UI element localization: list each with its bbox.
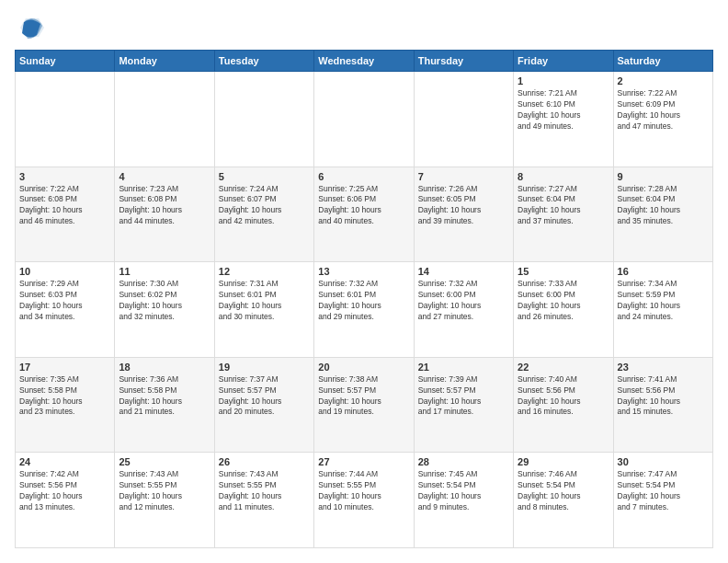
calendar-cell: 9Sunrise: 7:28 AM Sunset: 6:04 PM Daylig…	[613, 167, 712, 262]
calendar-cell: 17Sunrise: 7:35 AM Sunset: 5:58 PM Dayli…	[16, 357, 115, 453]
day-info: Sunrise: 7:37 AM Sunset: 5:57 PM Dayligh…	[219, 374, 310, 419]
calendar-cell: 19Sunrise: 7:37 AM Sunset: 5:57 PM Dayli…	[214, 357, 313, 453]
day-number: 27	[318, 456, 409, 467]
day-number: 24	[19, 456, 110, 467]
calendar-cell: 22Sunrise: 7:40 AM Sunset: 5:56 PM Dayli…	[514, 357, 613, 453]
day-number: 1	[518, 75, 609, 86]
weekday-header: Friday	[514, 51, 613, 72]
day-number: 2	[618, 75, 709, 86]
day-info: Sunrise: 7:47 AM Sunset: 5:54 PM Dayligh…	[618, 469, 709, 513]
day-info: Sunrise: 7:22 AM Sunset: 6:08 PM Dayligh…	[19, 184, 110, 228]
day-number: 5	[219, 171, 310, 182]
calendar-cell: 12Sunrise: 7:31 AM Sunset: 6:01 PM Dayli…	[214, 262, 313, 358]
day-info: Sunrise: 7:34 AM Sunset: 5:59 PM Dayligh…	[618, 279, 709, 323]
day-info: Sunrise: 7:27 AM Sunset: 6:04 PM Dayligh…	[518, 184, 609, 228]
calendar-cell: 7Sunrise: 7:26 AM Sunset: 6:05 PM Daylig…	[414, 167, 513, 262]
weekday-header: Thursday	[414, 51, 513, 72]
calendar-cell: 21Sunrise: 7:39 AM Sunset: 5:57 PM Dayli…	[414, 357, 513, 453]
day-info: Sunrise: 7:22 AM Sunset: 6:09 PM Dayligh…	[618, 88, 709, 132]
day-info: Sunrise: 7:29 AM Sunset: 6:03 PM Dayligh…	[19, 279, 110, 323]
day-info: Sunrise: 7:42 AM Sunset: 5:56 PM Dayligh…	[19, 469, 110, 513]
weekday-header: Wednesday	[314, 51, 414, 72]
calendar-cell: 24Sunrise: 7:42 AM Sunset: 5:56 PM Dayli…	[16, 453, 115, 548]
calendar-cell: 14Sunrise: 7:32 AM Sunset: 6:00 PM Dayli…	[414, 262, 513, 358]
day-number: 20	[318, 362, 409, 373]
day-info: Sunrise: 7:32 AM Sunset: 6:01 PM Dayligh…	[318, 279, 409, 323]
day-number: 23	[618, 362, 709, 373]
calendar-cell: 15Sunrise: 7:33 AM Sunset: 6:00 PM Dayli…	[514, 262, 613, 358]
calendar-cell: 30Sunrise: 7:47 AM Sunset: 5:54 PM Dayli…	[613, 453, 712, 548]
day-number: 15	[518, 266, 609, 277]
day-info: Sunrise: 7:44 AM Sunset: 5:55 PM Dayligh…	[318, 469, 409, 513]
calendar-cell: 6Sunrise: 7:25 AM Sunset: 6:06 PM Daylig…	[314, 167, 414, 262]
day-number: 17	[19, 362, 110, 373]
day-info: Sunrise: 7:24 AM Sunset: 6:07 PM Dayligh…	[219, 184, 310, 228]
day-number: 19	[219, 362, 310, 373]
weekday-header: Saturday	[613, 51, 712, 72]
day-info: Sunrise: 7:26 AM Sunset: 6:05 PM Dayligh…	[418, 184, 509, 228]
calendar-cell: 3Sunrise: 7:22 AM Sunset: 6:08 PM Daylig…	[16, 167, 115, 262]
header	[15, 15, 713, 40]
day-info: Sunrise: 7:41 AM Sunset: 5:56 PM Dayligh…	[618, 374, 709, 419]
day-number: 18	[119, 362, 210, 373]
calendar-cell: 8Sunrise: 7:27 AM Sunset: 6:04 PM Daylig…	[514, 167, 613, 262]
day-info: Sunrise: 7:31 AM Sunset: 6:01 PM Dayligh…	[219, 279, 310, 323]
calendar-week-row: 24Sunrise: 7:42 AM Sunset: 5:56 PM Dayli…	[16, 453, 713, 548]
calendar-cell	[214, 72, 313, 167]
day-number: 8	[518, 171, 609, 182]
calendar-cell	[414, 72, 513, 167]
day-number: 25	[119, 456, 210, 467]
day-number: 3	[19, 171, 110, 182]
calendar-cell	[314, 72, 414, 167]
calendar-cell: 11Sunrise: 7:30 AM Sunset: 6:02 PM Dayli…	[115, 262, 214, 358]
calendar-cell: 25Sunrise: 7:43 AM Sunset: 5:55 PM Dayli…	[115, 453, 214, 548]
day-info: Sunrise: 7:40 AM Sunset: 5:56 PM Dayligh…	[518, 374, 609, 419]
calendar-cell: 10Sunrise: 7:29 AM Sunset: 6:03 PM Dayli…	[16, 262, 115, 358]
logo-icon	[18, 15, 44, 40]
calendar-cell: 27Sunrise: 7:44 AM Sunset: 5:55 PM Dayli…	[314, 453, 414, 548]
calendar: SundayMondayTuesdayWednesdayThursdayFrid…	[15, 50, 713, 548]
day-number: 4	[119, 171, 210, 182]
day-number: 26	[219, 456, 310, 467]
day-info: Sunrise: 7:38 AM Sunset: 5:57 PM Dayligh…	[318, 374, 409, 419]
day-info: Sunrise: 7:25 AM Sunset: 6:06 PM Dayligh…	[318, 184, 409, 228]
day-info: Sunrise: 7:28 AM Sunset: 6:04 PM Dayligh…	[618, 184, 709, 228]
day-number: 11	[119, 266, 210, 277]
day-number: 13	[318, 266, 409, 277]
calendar-cell: 13Sunrise: 7:32 AM Sunset: 6:01 PM Dayli…	[314, 262, 414, 358]
day-info: Sunrise: 7:21 AM Sunset: 6:10 PM Dayligh…	[518, 88, 609, 132]
day-number: 10	[19, 266, 110, 277]
day-info: Sunrise: 7:45 AM Sunset: 5:54 PM Dayligh…	[418, 469, 509, 513]
weekday-header: Tuesday	[214, 51, 313, 72]
calendar-week-row: 17Sunrise: 7:35 AM Sunset: 5:58 PM Dayli…	[16, 357, 713, 453]
day-number: 29	[518, 456, 609, 467]
logo	[15, 15, 44, 40]
calendar-cell: 20Sunrise: 7:38 AM Sunset: 5:57 PM Dayli…	[314, 357, 414, 453]
day-number: 28	[418, 456, 509, 467]
calendar-cell: 26Sunrise: 7:43 AM Sunset: 5:55 PM Dayli…	[214, 453, 313, 548]
calendar-cell: 16Sunrise: 7:34 AM Sunset: 5:59 PM Dayli…	[613, 262, 712, 358]
day-info: Sunrise: 7:32 AM Sunset: 6:00 PM Dayligh…	[418, 279, 509, 323]
calendar-cell: 4Sunrise: 7:23 AM Sunset: 6:08 PM Daylig…	[115, 167, 214, 262]
day-number: 22	[518, 362, 609, 373]
day-number: 9	[618, 171, 709, 182]
calendar-cell: 18Sunrise: 7:36 AM Sunset: 5:58 PM Dayli…	[115, 357, 214, 453]
calendar-cell	[115, 72, 214, 167]
calendar-cell: 23Sunrise: 7:41 AM Sunset: 5:56 PM Dayli…	[613, 357, 712, 453]
day-number: 12	[219, 266, 310, 277]
day-info: Sunrise: 7:23 AM Sunset: 6:08 PM Dayligh…	[119, 184, 210, 228]
day-info: Sunrise: 7:39 AM Sunset: 5:57 PM Dayligh…	[418, 374, 509, 419]
day-info: Sunrise: 7:43 AM Sunset: 5:55 PM Dayligh…	[219, 469, 310, 513]
calendar-cell	[16, 72, 115, 167]
calendar-cell: 28Sunrise: 7:45 AM Sunset: 5:54 PM Dayli…	[414, 453, 513, 548]
day-info: Sunrise: 7:36 AM Sunset: 5:58 PM Dayligh…	[119, 374, 210, 419]
day-info: Sunrise: 7:33 AM Sunset: 6:00 PM Dayligh…	[518, 279, 609, 323]
day-number: 6	[318, 171, 409, 182]
day-number: 16	[618, 266, 709, 277]
day-info: Sunrise: 7:46 AM Sunset: 5:54 PM Dayligh…	[518, 469, 609, 513]
page: SundayMondayTuesdayWednesdayThursdayFrid…	[0, 0, 728, 563]
weekday-header: Monday	[115, 51, 214, 72]
calendar-cell: 2Sunrise: 7:22 AM Sunset: 6:09 PM Daylig…	[613, 72, 712, 167]
calendar-cell: 1Sunrise: 7:21 AM Sunset: 6:10 PM Daylig…	[514, 72, 613, 167]
calendar-cell: 29Sunrise: 7:46 AM Sunset: 5:54 PM Dayli…	[514, 453, 613, 548]
